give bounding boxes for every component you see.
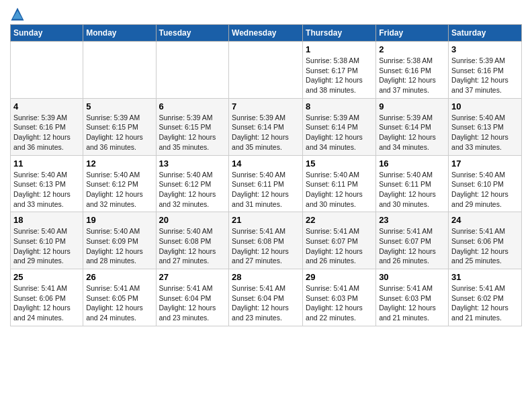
day-info: Sunrise: 5:41 AM Sunset: 6:07 PM Dayligh… <box>379 226 445 266</box>
day-number: 1 <box>306 44 373 54</box>
col-header-sunday: Sunday <box>11 25 83 42</box>
calendar-cell: 6Sunrise: 5:39 AM Sunset: 6:15 PM Daylig… <box>156 98 229 155</box>
day-info: Sunrise: 5:40 AM Sunset: 6:08 PM Dayligh… <box>159 226 226 266</box>
calendar-cell: 18Sunrise: 5:40 AM Sunset: 6:10 PM Dayli… <box>11 212 83 269</box>
day-number: 28 <box>232 272 300 282</box>
calendar-cell: 20Sunrise: 5:40 AM Sunset: 6:08 PM Dayli… <box>156 212 229 269</box>
calendar-cell: 14Sunrise: 5:40 AM Sunset: 6:11 PM Dayli… <box>229 155 303 212</box>
calendar-table: SundayMondayTuesdayWednesdayThursdayFrid… <box>10 24 522 326</box>
day-info: Sunrise: 5:39 AM Sunset: 6:16 PM Dayligh… <box>451 56 519 95</box>
day-number: 24 <box>451 215 519 225</box>
calendar-cell: 22Sunrise: 5:41 AM Sunset: 6:07 PM Dayli… <box>303 212 376 269</box>
day-info: Sunrise: 5:39 AM Sunset: 6:15 PM Dayligh… <box>159 113 226 152</box>
day-number: 25 <box>13 272 80 282</box>
day-info: Sunrise: 5:41 AM Sunset: 6:03 PM Dayligh… <box>379 283 445 323</box>
calendar-cell: 13Sunrise: 5:40 AM Sunset: 6:12 PM Dayli… <box>156 155 229 212</box>
day-number: 23 <box>379 215 445 225</box>
day-info: Sunrise: 5:41 AM Sunset: 6:04 PM Dayligh… <box>232 283 300 323</box>
day-number: 15 <box>306 158 373 169</box>
calendar-cell: 24Sunrise: 5:41 AM Sunset: 6:06 PM Dayli… <box>449 212 522 269</box>
col-header-monday: Monday <box>83 25 156 42</box>
day-number: 10 <box>451 101 519 111</box>
col-header-thursday: Thursday <box>303 25 376 42</box>
day-number: 7 <box>232 101 300 111</box>
day-info: Sunrise: 5:40 AM Sunset: 6:11 PM Dayligh… <box>306 170 373 210</box>
day-info: Sunrise: 5:40 AM Sunset: 6:13 PM Dayligh… <box>13 170 80 210</box>
calendar-cell <box>11 42 83 99</box>
calendar-cell: 28Sunrise: 5:41 AM Sunset: 6:04 PM Dayli… <box>229 269 303 326</box>
calendar-cell: 12Sunrise: 5:40 AM Sunset: 6:12 PM Dayli… <box>83 155 156 212</box>
calendar-cell: 2Sunrise: 5:38 AM Sunset: 6:16 PM Daylig… <box>376 42 449 99</box>
day-number: 31 <box>451 272 519 282</box>
day-info: Sunrise: 5:38 AM Sunset: 6:17 PM Dayligh… <box>306 56 373 95</box>
calendar-cell: 27Sunrise: 5:41 AM Sunset: 6:04 PM Dayli… <box>156 269 229 326</box>
day-info: Sunrise: 5:40 AM Sunset: 6:12 PM Dayligh… <box>159 170 226 210</box>
day-number: 13 <box>159 158 226 169</box>
day-info: Sunrise: 5:41 AM Sunset: 6:06 PM Dayligh… <box>451 226 519 266</box>
day-number: 14 <box>232 158 300 169</box>
day-number: 20 <box>159 215 226 225</box>
day-info: Sunrise: 5:41 AM Sunset: 6:03 PM Dayligh… <box>306 283 373 323</box>
day-info: Sunrise: 5:40 AM Sunset: 6:10 PM Dayligh… <box>13 226 80 266</box>
day-number: 16 <box>379 158 445 169</box>
calendar-cell: 9Sunrise: 5:39 AM Sunset: 6:14 PM Daylig… <box>376 98 449 155</box>
calendar-cell <box>229 42 303 99</box>
day-info: Sunrise: 5:38 AM Sunset: 6:16 PM Dayligh… <box>379 56 445 95</box>
col-header-tuesday: Tuesday <box>156 25 229 42</box>
day-number: 6 <box>159 101 226 111</box>
calendar-cell <box>83 42 156 99</box>
calendar-cell: 3Sunrise: 5:39 AM Sunset: 6:16 PM Daylig… <box>449 42 522 99</box>
calendar-cell: 5Sunrise: 5:39 AM Sunset: 6:15 PM Daylig… <box>83 98 156 155</box>
calendar-cell: 19Sunrise: 5:40 AM Sunset: 6:09 PM Dayli… <box>83 212 156 269</box>
calendar-cell: 11Sunrise: 5:40 AM Sunset: 6:13 PM Dayli… <box>11 155 83 212</box>
day-info: Sunrise: 5:40 AM Sunset: 6:11 PM Dayligh… <box>232 170 300 210</box>
calendar-cell: 7Sunrise: 5:39 AM Sunset: 6:14 PM Daylig… <box>229 98 303 155</box>
calendar-cell: 15Sunrise: 5:40 AM Sunset: 6:11 PM Dayli… <box>303 155 376 212</box>
col-header-saturday: Saturday <box>449 25 522 42</box>
day-info: Sunrise: 5:40 AM Sunset: 6:12 PM Dayligh… <box>86 170 152 210</box>
calendar-cell: 31Sunrise: 5:41 AM Sunset: 6:02 PM Dayli… <box>449 269 522 326</box>
day-info: Sunrise: 5:39 AM Sunset: 6:15 PM Dayligh… <box>86 113 152 152</box>
calendar-cell: 16Sunrise: 5:40 AM Sunset: 6:11 PM Dayli… <box>376 155 449 212</box>
day-info: Sunrise: 5:40 AM Sunset: 6:09 PM Dayligh… <box>86 226 152 266</box>
calendar-cell: 21Sunrise: 5:41 AM Sunset: 6:08 PM Dayli… <box>229 212 303 269</box>
day-number: 18 <box>13 215 80 225</box>
day-number: 17 <box>451 158 519 169</box>
day-number: 19 <box>86 215 152 225</box>
day-info: Sunrise: 5:39 AM Sunset: 6:14 PM Dayligh… <box>379 113 445 152</box>
day-info: Sunrise: 5:41 AM Sunset: 6:04 PM Dayligh… <box>159 283 226 323</box>
col-header-wednesday: Wednesday <box>229 25 303 42</box>
calendar-cell: 1Sunrise: 5:38 AM Sunset: 6:17 PM Daylig… <box>303 42 376 99</box>
calendar-cell: 25Sunrise: 5:41 AM Sunset: 6:06 PM Dayli… <box>11 269 83 326</box>
calendar-cell: 30Sunrise: 5:41 AM Sunset: 6:03 PM Dayli… <box>376 269 449 326</box>
day-number: 21 <box>232 215 300 225</box>
logo-icon <box>10 7 25 21</box>
day-info: Sunrise: 5:39 AM Sunset: 6:14 PM Dayligh… <box>232 113 300 152</box>
day-number: 3 <box>451 44 519 54</box>
day-number: 29 <box>306 272 373 282</box>
day-number: 8 <box>306 101 373 111</box>
day-info: Sunrise: 5:41 AM Sunset: 6:08 PM Dayligh… <box>232 226 300 266</box>
day-info: Sunrise: 5:40 AM Sunset: 6:13 PM Dayligh… <box>451 113 519 152</box>
calendar-cell <box>156 42 229 99</box>
day-number: 26 <box>86 272 152 282</box>
header <box>10 7 522 21</box>
day-number: 30 <box>379 272 445 282</box>
day-info: Sunrise: 5:41 AM Sunset: 6:02 PM Dayligh… <box>451 283 519 323</box>
day-info: Sunrise: 5:41 AM Sunset: 6:05 PM Dayligh… <box>86 283 152 323</box>
calendar-cell: 23Sunrise: 5:41 AM Sunset: 6:07 PM Dayli… <box>376 212 449 269</box>
calendar-cell: 4Sunrise: 5:39 AM Sunset: 6:16 PM Daylig… <box>11 98 83 155</box>
day-number: 9 <box>379 101 445 111</box>
logo <box>10 7 28 21</box>
calendar-cell: 10Sunrise: 5:40 AM Sunset: 6:13 PM Dayli… <box>449 98 522 155</box>
day-number: 22 <box>306 215 373 225</box>
day-info: Sunrise: 5:39 AM Sunset: 6:16 PM Dayligh… <box>13 113 80 152</box>
day-number: 12 <box>86 158 152 169</box>
calendar-cell: 29Sunrise: 5:41 AM Sunset: 6:03 PM Dayli… <box>303 269 376 326</box>
day-number: 27 <box>159 272 226 282</box>
calendar-cell: 26Sunrise: 5:41 AM Sunset: 6:05 PM Dayli… <box>83 269 156 326</box>
day-number: 4 <box>13 101 80 111</box>
day-number: 2 <box>379 44 445 54</box>
day-info: Sunrise: 5:41 AM Sunset: 6:06 PM Dayligh… <box>13 283 80 323</box>
calendar-cell: 17Sunrise: 5:40 AM Sunset: 6:10 PM Dayli… <box>449 155 522 212</box>
